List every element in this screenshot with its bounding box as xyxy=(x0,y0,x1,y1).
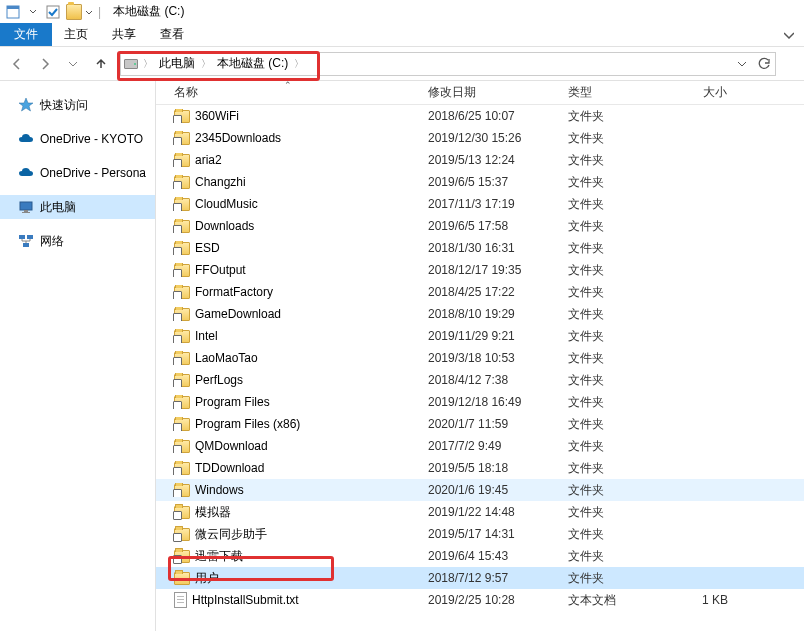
view-tab[interactable]: 查看 xyxy=(148,23,196,46)
file-row[interactable]: Program Files2019/12/18 16:49文件夹 xyxy=(156,391,804,413)
sidebar-item-this-pc[interactable]: 此电脑 xyxy=(0,195,155,219)
column-header-name[interactable]: 名称 ⌃ xyxy=(156,81,420,104)
file-name: HttpInstallSubmit.txt xyxy=(192,593,299,607)
file-type: 文件夹 xyxy=(560,526,660,543)
folder-icon xyxy=(174,198,190,211)
file-name: Intel xyxy=(195,329,218,343)
folder-icon xyxy=(174,110,190,123)
file-tab[interactable]: 文件 xyxy=(0,23,52,46)
file-type: 文件夹 xyxy=(560,152,660,169)
file-row[interactable]: 2345Downloads2019/12/30 15:26文件夹 xyxy=(156,127,804,149)
file-name: LaoMaoTao xyxy=(195,351,258,365)
navigation-bar: 〉 此电脑 〉 本地磁盘 (C:) 〉 xyxy=(0,47,804,81)
file-row[interactable]: 微云同步助手2019/5/17 14:31文件夹 xyxy=(156,523,804,545)
file-icon xyxy=(174,592,187,608)
file-row[interactable]: Intel2019/11/29 9:21文件夹 xyxy=(156,325,804,347)
file-type: 文件夹 xyxy=(560,350,660,367)
file-date: 2019/11/29 9:21 xyxy=(420,329,560,343)
folder-icon xyxy=(174,220,190,233)
sidebar-item-onedrive-2[interactable]: OneDrive - Persona xyxy=(0,161,155,185)
file-name: QMDownload xyxy=(195,439,268,453)
file-row[interactable]: ESD2018/1/30 16:31文件夹 xyxy=(156,237,804,259)
folder-icon xyxy=(174,396,190,409)
file-row[interactable]: GameDownload2018/8/10 19:29文件夹 xyxy=(156,303,804,325)
file-row[interactable]: QMDownload2017/7/2 9:49文件夹 xyxy=(156,435,804,457)
file-row[interactable]: TDDownload2019/5/5 18:18文件夹 xyxy=(156,457,804,479)
chevron-right-icon[interactable]: 〉 xyxy=(292,57,306,71)
qat-dropdown-2-icon[interactable] xyxy=(86,5,92,19)
file-row[interactable]: PerfLogs2018/4/12 7:38文件夹 xyxy=(156,369,804,391)
file-name: FFOutput xyxy=(195,263,246,277)
file-date: 2018/12/17 19:35 xyxy=(420,263,560,277)
file-row[interactable]: FFOutput2018/12/17 19:35文件夹 xyxy=(156,259,804,281)
svg-rect-6 xyxy=(19,235,25,239)
column-header-date[interactable]: 修改日期 xyxy=(420,81,560,104)
folder-icon xyxy=(174,550,190,563)
file-date: 2019/5/13 12:24 xyxy=(420,153,560,167)
qat-dropdown-icon[interactable] xyxy=(24,3,42,21)
refresh-icon[interactable] xyxy=(753,53,775,75)
file-row[interactable]: aria22019/5/13 12:24文件夹 xyxy=(156,149,804,171)
file-row[interactable]: 迅雷下载2019/6/4 15:43文件夹 xyxy=(156,545,804,567)
column-header-size[interactable]: 大小 xyxy=(660,81,740,104)
home-tab[interactable]: 主页 xyxy=(52,23,100,46)
file-row[interactable]: 模拟器2019/1/22 14:48文件夹 xyxy=(156,501,804,523)
back-button[interactable] xyxy=(4,51,30,77)
file-date: 2019/6/5 17:58 xyxy=(420,219,560,233)
share-tab[interactable]: 共享 xyxy=(100,23,148,46)
crumb-this-pc[interactable]: 此电脑 xyxy=(155,53,199,75)
file-row[interactable]: Program Files (x86)2020/1/7 11:59文件夹 xyxy=(156,413,804,435)
file-row[interactable]: 用户2018/7/12 9:57文件夹 xyxy=(156,567,804,589)
sidebar-item-network[interactable]: 网络 xyxy=(0,229,155,253)
file-name-cell: GameDownload xyxy=(156,307,420,321)
address-bar[interactable]: 〉 此电脑 〉 本地磁盘 (C:) 〉 xyxy=(120,52,776,76)
sidebar-item-quick-access[interactable]: 快速访问 xyxy=(0,93,155,117)
file-name-cell: 微云同步助手 xyxy=(156,526,420,543)
file-date: 2019/12/30 15:26 xyxy=(420,131,560,145)
file-row[interactable]: Windows2020/1/6 19:45文件夹 xyxy=(156,479,804,501)
file-name: Downloads xyxy=(195,219,254,233)
address-dropdown-icon[interactable] xyxy=(731,53,753,75)
file-name: 360WiFi xyxy=(195,109,239,123)
recent-dropdown-icon[interactable] xyxy=(60,51,86,77)
chevron-right-icon[interactable]: 〉 xyxy=(199,57,213,71)
file-row[interactable]: Changzhi2019/6/5 15:37文件夹 xyxy=(156,171,804,193)
column-header-type[interactable]: 类型 xyxy=(560,81,660,104)
file-row[interactable]: 360WiFi2018/6/25 10:07文件夹 xyxy=(156,105,804,127)
file-row[interactable]: CloudMusic2017/11/3 17:19文件夹 xyxy=(156,193,804,215)
file-type: 文件夹 xyxy=(560,482,660,499)
file-row[interactable]: HttpInstallSubmit.txt2019/2/25 10:28文本文档… xyxy=(156,589,804,611)
file-row[interactable]: Downloads2019/6/5 17:58文件夹 xyxy=(156,215,804,237)
search-box[interactable] xyxy=(782,52,800,76)
expand-ribbon-icon[interactable] xyxy=(774,23,804,46)
forward-button[interactable] xyxy=(32,51,58,77)
file-row[interactable]: FormatFactory2018/4/25 17:22文件夹 xyxy=(156,281,804,303)
file-date: 2019/2/25 10:28 xyxy=(420,593,560,607)
sidebar-item-onedrive-1[interactable]: OneDrive - KYOTO xyxy=(0,127,155,151)
file-row[interactable]: LaoMaoTao2019/3/18 10:53文件夹 xyxy=(156,347,804,369)
folder-icon xyxy=(174,418,190,431)
file-name: 迅雷下载 xyxy=(195,548,243,565)
file-type: 文件夹 xyxy=(560,416,660,433)
file-date: 2018/6/25 10:07 xyxy=(420,109,560,123)
checkbox-icon[interactable] xyxy=(44,3,62,21)
folder-icon xyxy=(174,176,190,189)
up-button[interactable] xyxy=(88,51,114,77)
file-type: 文件夹 xyxy=(560,306,660,323)
chevron-right-icon[interactable]: 〉 xyxy=(141,57,155,71)
svg-rect-1 xyxy=(7,6,19,9)
crumb-drive-c[interactable]: 本地磁盘 (C:) xyxy=(213,53,292,75)
file-date: 2019/12/18 16:49 xyxy=(420,395,560,409)
file-name-cell: Program Files (x86) xyxy=(156,417,420,431)
file-type: 文件夹 xyxy=(560,504,660,521)
file-name: TDDownload xyxy=(195,461,264,475)
file-date: 2019/1/22 14:48 xyxy=(420,505,560,519)
file-name: Windows xyxy=(195,483,244,497)
file-size: 1 KB xyxy=(660,593,740,607)
navigation-pane[interactable]: 快速访问 OneDrive - KYOTO OneDrive - Persona… xyxy=(0,81,156,631)
file-type: 文件夹 xyxy=(560,240,660,257)
file-rows[interactable]: 360WiFi2018/6/25 10:07文件夹2345Downloads20… xyxy=(156,105,804,631)
folder-icon xyxy=(174,264,190,277)
file-name: CloudMusic xyxy=(195,197,258,211)
properties-icon[interactable] xyxy=(4,3,22,21)
